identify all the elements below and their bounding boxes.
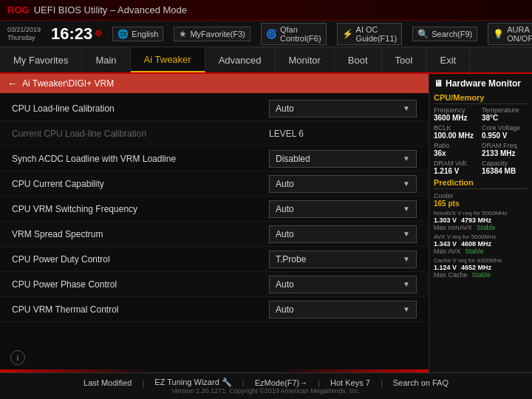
setting-dropdown-0[interactable]: Auto ▼ <box>269 100 417 117</box>
setting-dropdown-8[interactable]: Auto ▼ <box>269 301 417 318</box>
chevron-down-icon-7: ▼ <box>403 280 410 288</box>
aura-button[interactable]: 💡 AURA ON/OFF(F4) <box>488 23 532 45</box>
setting-label-7: CPU Power Phase Control <box>12 279 269 290</box>
aioc-label: AI OC Guide(F11) <box>356 25 398 43</box>
breadcrumb: ← Ai Tweaker\DIGI+ VRM <box>0 74 429 93</box>
deco-left <box>0 369 148 372</box>
info-bar: 03/21/2019 Thursday 16:23 ⚙ 🌐 English ★ … <box>0 21 532 47</box>
setting-dropdown-5[interactable]: Auto ▼ <box>269 225 417 243</box>
ez-tuning-button[interactable]: EZ Tuning Wizard 🔧 <box>146 378 240 387</box>
bclk-cell: BCLK 100.00 MHz <box>434 124 480 140</box>
nav-monitor[interactable]: Monitor <box>276 47 335 72</box>
capacity-cell: Capacity 16384 MB <box>482 160 528 175</box>
avx-status-row: Max AVX Stable <box>434 248 528 255</box>
search-label: Search(F9) <box>432 30 472 38</box>
cache-maxval: 4652 MHz <box>461 264 491 271</box>
frequency-value: 3600 MHz <box>434 114 480 122</box>
dram-volt-cell: DRAM Volt. 1.216 V <box>434 160 480 175</box>
setting-dropdown-6[interactable]: T.Probe ▼ <box>269 250 417 268</box>
setting-dropdown-2[interactable]: Disabled ▼ <box>269 150 417 168</box>
chevron-down-icon-3: ▼ <box>403 180 410 188</box>
aioc-button[interactable]: ⚡ AI OC Guide(F11) <box>337 23 403 45</box>
setting-row-vrm-switching: CPU VRM Switching Frequency Auto ▼ <box>0 197 429 222</box>
search-icon: 🔍 <box>417 29 429 39</box>
language-label: English <box>132 30 158 38</box>
gear-icon[interactable]: ⚙ <box>95 29 102 38</box>
bottom-bar: Last Modified | EZ Tuning Wizard 🔧 | EzM… <box>0 372 532 399</box>
title-text: UEFI BIOS Utility – Advanced Mode <box>34 4 187 16</box>
setting-label-4: CPU VRM Switching Frequency <box>12 204 269 214</box>
capacity-value: 16384 MB <box>482 167 528 175</box>
search-faq-button[interactable]: Search on FAQ <box>384 378 457 387</box>
cache-maxlabel: Max Cache <box>434 271 468 279</box>
dropdown-value-0: Auto <box>276 103 294 114</box>
setting-dropdown-4[interactable]: Auto ▼ <box>269 200 417 218</box>
dropdown-value-3: Auto <box>276 179 294 189</box>
nav-boot[interactable]: Boot <box>335 47 382 72</box>
bottom-actions: Last Modified | EZ Tuning Wizard 🔧 | EzM… <box>75 378 457 387</box>
ai-icon: ⚡ <box>342 29 353 39</box>
globe-icon: 🌐 <box>117 29 129 39</box>
qfan-button[interactable]: 🌀 Qfan Control(F6) <box>261 23 327 45</box>
nav-favorites[interactable]: My Favorites <box>0 47 82 72</box>
nonavx-item: NonAVX V req for 5000MHz 1.303 V 4793 MH… <box>434 210 528 231</box>
setting-row-power-phase: CPU Power Phase Control Auto ▼ <box>0 272 429 297</box>
info-circle-button[interactable]: i <box>10 350 25 365</box>
setting-dropdown-3[interactable]: Auto ▼ <box>269 175 417 193</box>
info-icon: i <box>17 353 18 362</box>
dram-freq-value: 2133 MHz <box>482 149 528 157</box>
setting-label-1: Current CPU Load-line Calibration <box>12 129 269 139</box>
frequency-label: Frequency <box>434 106 480 114</box>
nav-exit[interactable]: Exit <box>426 47 470 72</box>
core-voltage-label: Core Voltage <box>482 124 528 132</box>
setting-row-power-duty: CPU Power Duty Control T.Probe ▼ <box>0 247 429 272</box>
setting-label-0: CPU Load-line Calibration <box>12 103 269 114</box>
hw-monitor-title: 🖥 Hardware Monitor <box>434 78 528 89</box>
dropdown-value-6: T.Probe <box>276 254 306 265</box>
search-button[interactable]: 🔍 Search(F9) <box>412 27 477 41</box>
myfavorite-button[interactable]: ★ MyFavorite(F3) <box>174 27 250 41</box>
dropdown-value-7: Auto <box>276 279 294 290</box>
core-voltage-cell: Core Voltage 0.950 V <box>482 124 528 140</box>
avx-maxlabel: Max AVX <box>434 248 460 255</box>
setting-label-5: VRM Spread Spectrum <box>12 229 269 239</box>
language-button[interactable]: 🌐 English <box>112 27 163 41</box>
dram-freq-cell: DRAM Freq. 2133 MHz <box>482 142 528 157</box>
day: Thursday <box>7 34 41 42</box>
ratio-label: Ratio <box>434 142 480 149</box>
ez-mode-button[interactable]: EzMode(F7)→ <box>246 378 317 387</box>
setting-label-8: CPU VRM Thermal Control <box>12 304 269 315</box>
nonavx-status: Stable <box>477 224 496 231</box>
nav-tool[interactable]: Tool <box>382 47 427 72</box>
ratio-cell: Ratio 36x <box>434 142 480 157</box>
nonavx-maxlabel: Max nonAVX <box>434 224 472 231</box>
setting-row-synch-acdc: Synch ACDC Loadline with VRM Loadline Di… <box>0 146 429 171</box>
nav-ai-tweaker[interactable]: Ai Tweaker <box>131 47 205 72</box>
dram-volt-label: DRAM Volt. <box>434 160 480 167</box>
dropdown-value-5: Auto <box>276 229 294 239</box>
last-modified-button[interactable]: Last Modified <box>75 378 140 387</box>
nav-bar: My Favorites Main Ai Tweaker Advanced Mo… <box>0 47 532 74</box>
setting-row-cpu-current: CPU Current Capability Auto ▼ <box>0 171 429 197</box>
avx-val: 1.343 V <box>434 240 457 248</box>
setting-row-cpu-loadline: CPU Load-line Calibration Auto ▼ <box>0 96 429 121</box>
nav-main[interactable]: Main <box>82 47 130 72</box>
temperature-value: 38°C <box>482 114 528 122</box>
hot-keys-button[interactable]: Hot Keys 7 <box>321 378 379 387</box>
setting-row-vrm-spread: VRM Spread Spectrum Auto ▼ <box>0 222 429 247</box>
nonavx-maxval: 4793 MHz <box>461 216 491 224</box>
clock-time: 16:23 <box>51 24 92 44</box>
capacity-label: Capacity <box>482 160 528 167</box>
back-arrow-icon[interactable]: ← <box>7 78 18 89</box>
nav-advanced[interactable]: Advanced <box>205 47 276 72</box>
dropdown-value-4: Auto <box>276 204 294 214</box>
setting-value-1: LEVEL 6 <box>269 129 417 139</box>
setting-dropdown-7[interactable]: Auto ▼ <box>269 276 417 293</box>
temperature-cell: Temperature 38°C <box>482 106 528 122</box>
chevron-down-icon-2: ▼ <box>403 154 410 163</box>
fan-icon: 🌀 <box>266 29 277 39</box>
frequency-cell: Frequency 3600 MHz <box>434 106 480 122</box>
avx-item: AVX V req for 5000MHz 1.343 V 4608 MHz M… <box>434 233 528 255</box>
cooler-label: Cooler <box>434 192 528 200</box>
core-voltage-value: 0.950 V <box>482 132 528 140</box>
